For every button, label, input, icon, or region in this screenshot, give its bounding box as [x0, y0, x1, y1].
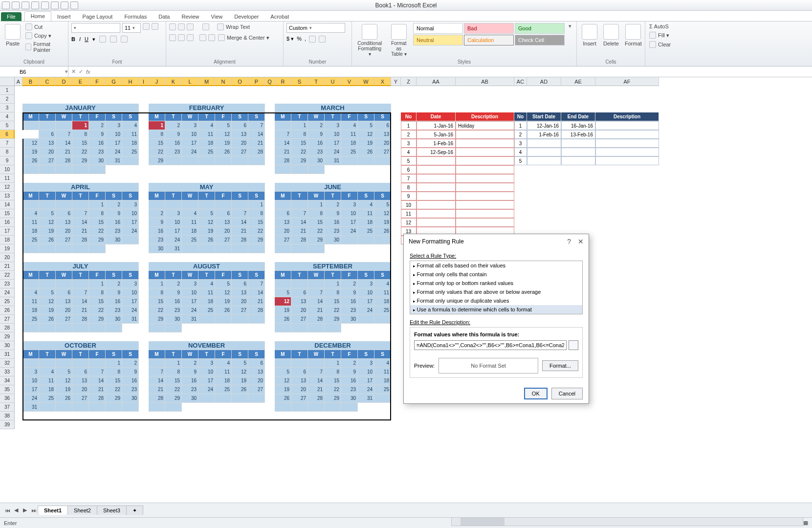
- calendar-day[interactable]: 4: [182, 209, 198, 218]
- dow-header[interactable]: W: [308, 350, 325, 359]
- row-header[interactable]: 9: [0, 156, 15, 165]
- dow-header[interactable]: W: [56, 192, 72, 200]
- table2-cell[interactable]: [527, 156, 561, 165]
- calendar-empty[interactable]: [72, 244, 89, 253]
- calendar-day[interactable]: 23: [106, 306, 122, 315]
- calendar-day[interactable]: 20: [291, 306, 308, 315]
- calendar-day[interactable]: 4: [374, 359, 391, 368]
- row-header[interactable]: 33: [0, 368, 15, 376]
- calendar-day[interactable]: 17: [122, 218, 139, 227]
- calendar-day[interactable]: 11: [374, 288, 391, 297]
- dow-header[interactable]: M: [275, 192, 291, 200]
- calendar-day[interactable]: 27: [248, 385, 265, 394]
- calendar-day[interactable]: 17: [182, 297, 198, 306]
- calendar-empty[interactable]: [232, 394, 248, 403]
- currency-icon[interactable]: $ ▾: [286, 36, 294, 43]
- calendar-day[interactable]: 5: [358, 121, 374, 130]
- calendar-day[interactable]: 6: [232, 121, 248, 130]
- calendar-day[interactable]: 10: [325, 130, 341, 139]
- calendar-day[interactable]: 3: [325, 121, 341, 130]
- dow-header[interactable]: T: [165, 350, 182, 359]
- col-header[interactable]: Z: [401, 77, 417, 86]
- calendar-day[interactable]: 14: [72, 218, 89, 227]
- col-header[interactable]: F: [89, 77, 106, 86]
- calendar-day[interactable]: 9: [89, 130, 106, 139]
- col-header[interactable]: W: [358, 77, 374, 86]
- calendar-day[interactable]: 16: [89, 139, 106, 148]
- table2-cell[interactable]: 16-Jan-16: [561, 121, 595, 130]
- table1-cell[interactable]: [456, 148, 514, 156]
- dow-header[interactable]: M: [275, 112, 291, 121]
- calendar-day[interactable]: 27: [291, 315, 308, 324]
- calendar-empty[interactable]: [308, 359, 325, 368]
- calendar-day[interactable]: 18: [358, 218, 374, 227]
- calendar-day[interactable]: 14: [89, 376, 106, 385]
- row-header[interactable]: 16: [0, 218, 15, 227]
- calendar-day[interactable]: 2: [341, 280, 358, 288]
- calendar-day[interactable]: 20: [248, 376, 265, 385]
- calendar-empty[interactable]: [72, 165, 89, 174]
- rule-type-option[interactable]: Use a formula to determine which cells t…: [410, 305, 582, 314]
- row-header[interactable]: 30: [0, 341, 15, 350]
- calendar-day[interactable]: 13: [39, 139, 56, 148]
- calendar-day[interactable]: 28: [248, 306, 265, 315]
- row-header[interactable]: 15: [0, 209, 15, 218]
- calendar-day[interactable]: 13: [374, 130, 391, 139]
- calendar-day[interactable]: 11: [198, 288, 215, 297]
- calendar-day[interactable]: 13: [291, 376, 308, 385]
- dow-header[interactable]: T: [165, 271, 182, 280]
- table1-cell[interactable]: 7: [401, 174, 417, 183]
- calendar-day[interactable]: 3: [122, 200, 139, 209]
- tab-acrobat[interactable]: Acrobat: [264, 12, 295, 21]
- calendar-day[interactable]: 21: [72, 306, 89, 315]
- calendar-day[interactable]: 23: [308, 148, 325, 156]
- calendar-day[interactable]: 26: [39, 236, 56, 244]
- calendar-day[interactable]: 26: [215, 306, 232, 315]
- dow-header[interactable]: T: [325, 271, 341, 280]
- dow-header[interactable]: W: [308, 271, 325, 280]
- calendar-day[interactable]: 9: [341, 368, 358, 376]
- calendar-empty[interactable]: [22, 200, 39, 209]
- calendar-day[interactable]: 26: [56, 394, 72, 403]
- calendar-day[interactable]: 16: [149, 227, 165, 236]
- calendar-day[interactable]: 25: [22, 315, 39, 324]
- calendar-empty[interactable]: [341, 403, 358, 412]
- calendar-day[interactable]: 12: [215, 130, 232, 139]
- row-header[interactable]: 36: [0, 394, 15, 403]
- dec-decimal-icon[interactable]: [319, 36, 326, 43]
- calendar-day[interactable]: 20: [39, 148, 56, 156]
- calendar-day[interactable]: 1: [165, 359, 182, 368]
- month-title[interactable]: NOVEMBER: [149, 341, 265, 350]
- calendar-day[interactable]: 13: [291, 297, 308, 306]
- calendar-empty[interactable]: [39, 200, 56, 209]
- calendar-day[interactable]: 18: [374, 376, 391, 385]
- calendar-day[interactable]: 26: [358, 148, 374, 156]
- row-header[interactable]: 23: [0, 280, 15, 288]
- month-title[interactable]: OCTOBER: [22, 341, 139, 350]
- calendar-day[interactable]: 29: [106, 394, 122, 403]
- calendar-empty[interactable]: [275, 359, 291, 368]
- table1-cell[interactable]: [417, 200, 456, 209]
- calendar-day[interactable]: 11: [22, 297, 39, 306]
- autosum-button[interactable]: Σ AutoS: [648, 23, 670, 30]
- calendar-day[interactable]: 6: [291, 288, 308, 297]
- dow-header[interactable]: S: [106, 350, 122, 359]
- calendar-day[interactable]: 19: [215, 297, 232, 306]
- calendar-day[interactable]: 5: [215, 121, 232, 130]
- calendar-day[interactable]: 29: [72, 156, 89, 165]
- table1-cell[interactable]: 10: [401, 200, 417, 209]
- calendar-day[interactable]: 25: [374, 385, 391, 394]
- calendar-day[interactable]: 7: [308, 288, 325, 297]
- calendar-day[interactable]: 28: [72, 315, 89, 324]
- row-header[interactable]: 1: [0, 86, 15, 95]
- dow-header[interactable]: S: [122, 112, 139, 121]
- calendar-day[interactable]: 25: [22, 236, 39, 244]
- calendar-day[interactable]: 10: [358, 368, 374, 376]
- calendar-empty[interactable]: [22, 244, 39, 253]
- calendar-day[interactable]: 8: [325, 368, 341, 376]
- calendar-day[interactable]: 6: [291, 368, 308, 376]
- calendar-empty[interactable]: [374, 156, 391, 165]
- calendar-day[interactable]: 28: [232, 236, 248, 244]
- calendar-day[interactable]: 11: [358, 209, 374, 218]
- calendar-day[interactable]: 10: [182, 130, 198, 139]
